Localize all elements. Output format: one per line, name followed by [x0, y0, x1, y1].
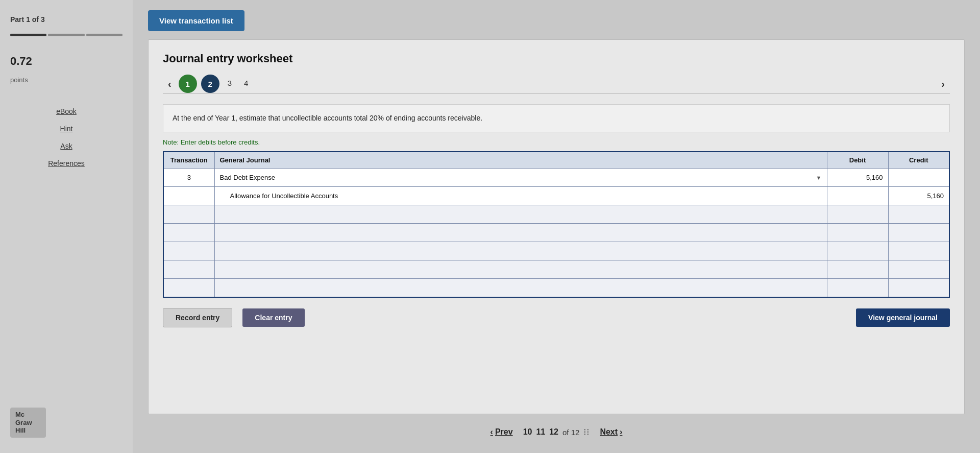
cell-credit-5[interactable] — [888, 242, 949, 260]
sidebar: Part 1 of 3 0.72 points eBook Hint Ask R… — [0, 0, 133, 453]
sidebar-links: eBook Hint Ask References — [10, 107, 122, 168]
col-credit: Credit — [888, 152, 949, 169]
col-general-journal: General Journal — [214, 152, 827, 169]
action-buttons: Record entry Clear entry View general jo… — [163, 308, 950, 327]
progress-seg-3 — [86, 34, 122, 36]
cell-transaction-4[interactable] — [163, 224, 214, 242]
cell-credit-4[interactable] — [888, 224, 949, 242]
cell-credit-7[interactable] — [888, 279, 949, 297]
tab-prev-arrow[interactable]: ‹ — [163, 76, 177, 92]
part-number: 1 — [26, 15, 30, 23]
cell-debit-2[interactable] — [827, 187, 888, 205]
progress-seg-1 — [10, 34, 46, 36]
tab-2[interactable]: 2 — [201, 75, 219, 93]
sidebar-item-references[interactable]: References — [10, 159, 122, 168]
page-10[interactable]: 10 — [523, 427, 532, 437]
journal-entry-2: Allowance for Uncollectible Accounts — [230, 192, 338, 200]
prev-label: Prev — [495, 427, 513, 437]
worksheet-title: Journal entry worksheet — [163, 52, 950, 65]
table-row — [163, 205, 949, 224]
cell-journal-5[interactable] — [214, 242, 827, 260]
table-row — [163, 224, 949, 242]
next-label: Next — [600, 427, 618, 437]
worksheet-container: Journal entry worksheet ‹ 1 2 3 4 › At t… — [148, 39, 965, 414]
progress-seg-2 — [48, 34, 84, 36]
cell-transaction-5[interactable] — [163, 242, 214, 260]
logo-line3: Hill — [15, 426, 26, 434]
logo-line1: Mc — [15, 411, 24, 418]
note-text: Note: Enter debits before credits. — [163, 138, 950, 146]
cell-transaction-7[interactable] — [163, 279, 214, 297]
cell-journal-6[interactable] — [214, 260, 827, 279]
cell-transaction-2 — [163, 187, 214, 205]
cell-debit-6[interactable] — [827, 260, 888, 279]
cell-debit-7[interactable] — [827, 279, 888, 297]
progress-bar — [10, 34, 122, 36]
prev-button[interactable]: ‹ Prev — [491, 427, 513, 437]
part-of: of 3 — [30, 15, 45, 23]
page-numbers: 10 11 12 of 12 ⁝⁝ — [523, 426, 590, 438]
clear-entry-button[interactable]: Clear entry — [242, 308, 304, 327]
next-arrow-icon: › — [620, 427, 622, 437]
logo-line2: Graw — [15, 419, 32, 426]
view-transaction-button[interactable]: View transaction list — [148, 10, 244, 31]
journal-entry-1: Bad Debt Expense — [220, 174, 275, 181]
grid-icon[interactable]: ⁝⁝ — [583, 426, 590, 438]
mcgraw-hill-logo: Mc Graw Hill — [10, 408, 46, 438]
tab-3[interactable]: 3 — [222, 76, 238, 92]
cell-debit-1[interactable]: 5,160 — [827, 169, 888, 187]
cell-transaction-1: 3 — [163, 169, 214, 187]
cell-debit-4[interactable] — [827, 224, 888, 242]
tab-navigation: ‹ 1 2 3 4 › — [163, 75, 950, 94]
table-row — [163, 260, 949, 279]
prev-arrow-icon: ‹ — [491, 427, 493, 437]
part-text: Part — [10, 15, 26, 23]
cell-transaction-3[interactable] — [163, 205, 214, 224]
part-label: Part 1 of 3 — [10, 15, 122, 23]
cell-journal-2[interactable]: Allowance for Uncollectible Accounts — [214, 187, 827, 205]
tab-4[interactable]: 4 — [238, 76, 254, 92]
view-general-journal-button[interactable]: View general journal — [856, 308, 950, 327]
cell-credit-6[interactable] — [888, 260, 949, 279]
col-transaction: Transaction — [163, 152, 214, 169]
of-total: of 12 — [562, 428, 579, 437]
points-label: points — [10, 76, 122, 84]
cell-transaction-6[interactable] — [163, 260, 214, 279]
cell-debit-3[interactable] — [827, 205, 888, 224]
sidebar-item-ebook[interactable]: eBook — [10, 107, 122, 115]
journal-table: Transaction General Journal Debit Credit… — [163, 151, 950, 298]
main-content: View transaction list Journal entry work… — [133, 0, 980, 453]
cell-debit-5[interactable] — [827, 242, 888, 260]
next-button[interactable]: Next › — [600, 427, 622, 437]
sidebar-item-hint[interactable]: Hint — [10, 125, 122, 133]
instruction-box: At the end of Year 1, estimate that unco… — [163, 104, 950, 132]
table-row — [163, 279, 949, 297]
cell-journal-1[interactable]: Bad Debt Expense ▼ — [214, 169, 827, 187]
col-debit: Debit — [827, 152, 888, 169]
cell-credit-1[interactable] — [888, 169, 949, 187]
table-row — [163, 242, 949, 260]
bottom-navigation: ‹ Prev 10 11 12 of 12 ⁝⁝ Next › — [148, 426, 965, 443]
cell-journal-7[interactable] — [214, 279, 827, 297]
page-11[interactable]: 11 — [536, 427, 545, 437]
cell-credit-3[interactable] — [888, 205, 949, 224]
table-row: 3 Bad Debt Expense ▼ 5,160 — [163, 169, 949, 187]
tab-1[interactable]: 1 — [179, 75, 197, 93]
table-row: Allowance for Uncollectible Accounts 5,1… — [163, 187, 949, 205]
points-value: 0.72 — [10, 55, 122, 68]
page-12[interactable]: 12 — [549, 427, 558, 437]
top-bar: View transaction list — [148, 10, 965, 31]
dropdown-arrow-icon[interactable]: ▼ — [816, 175, 822, 181]
instruction-text: At the end of Year 1, estimate that unco… — [173, 114, 482, 122]
sidebar-item-ask[interactable]: Ask — [10, 142, 122, 150]
tab-next-arrow[interactable]: › — [936, 76, 950, 92]
cell-journal-3[interactable] — [214, 205, 827, 224]
record-entry-button[interactable]: Record entry — [163, 308, 232, 327]
cell-credit-2[interactable]: 5,160 — [888, 187, 949, 205]
cell-journal-4[interactable] — [214, 224, 827, 242]
table-header-row: Transaction General Journal Debit Credit — [163, 152, 949, 169]
